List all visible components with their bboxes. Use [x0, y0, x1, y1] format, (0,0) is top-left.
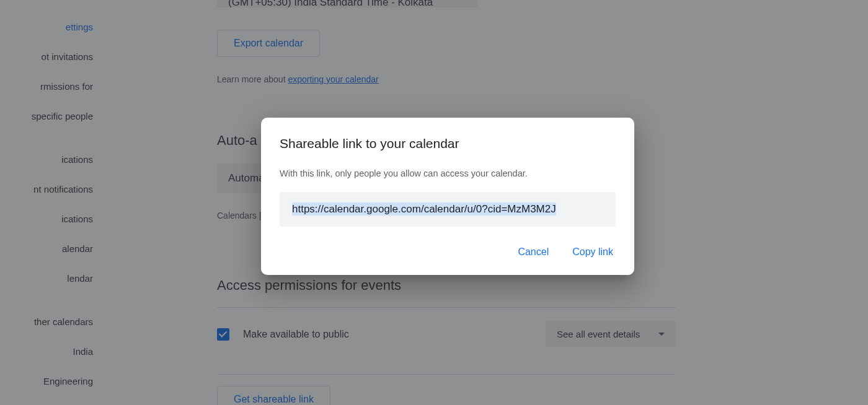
shareable-link-dialog: Shareable link to your calendar With thi… — [261, 118, 634, 275]
dialog-actions: Cancel Copy link — [280, 242, 616, 263]
shareable-link-text: https://calendar.google.com/calendar/u/0… — [292, 202, 556, 216]
copy-link-button[interactable]: Copy link — [570, 242, 616, 263]
cancel-button[interactable]: Cancel — [515, 242, 551, 263]
dialog-description: With this link, only people you allow ca… — [280, 168, 616, 178]
shareable-link-field[interactable]: https://calendar.google.com/calendar/u/0… — [280, 192, 616, 227]
dialog-title: Shareable link to your calendar — [280, 136, 616, 151]
